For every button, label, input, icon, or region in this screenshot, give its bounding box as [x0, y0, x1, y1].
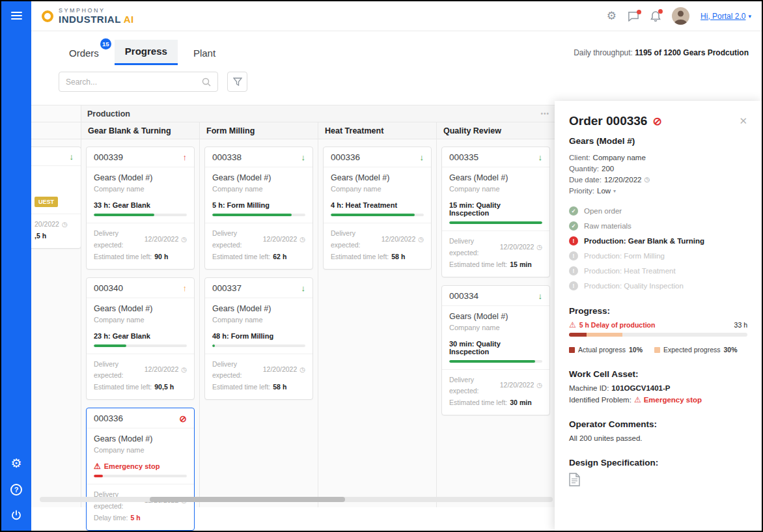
arrow-down-icon: ↓: [301, 284, 306, 292]
progress-fill: [94, 344, 126, 347]
kanban-board: Production ••• Gear Blank & TurningForm …: [31, 105, 557, 507]
order-card[interactable]: 000339↑Gears (Model #)Company name33 h: …: [86, 147, 195, 270]
search-box[interactable]: [59, 72, 218, 92]
machine-id-value: 101OGCV1401-P: [611, 384, 670, 392]
delivery-date: 12/20/2022: [382, 234, 416, 245]
order-id: 000340: [94, 283, 123, 293]
estimate-value: 62 h: [273, 251, 286, 263]
board-menu-button[interactable]: •••: [540, 110, 549, 117]
order-card-partial[interactable]: ↓ UEST 20/2022 ◷ ,5: [31, 147, 81, 249]
menu-button[interactable]: [11, 10, 22, 21]
field-label: Client:: [569, 154, 590, 161]
legend-label: Actual progress: [578, 346, 626, 354]
settings-gear-button[interactable]: ⚙: [607, 10, 617, 21]
card-footer: Delivery expected:12/20/2022◷Estimated t…: [442, 231, 549, 277]
panel-product-name: Gears (Model #): [569, 136, 747, 146]
arrow-up-icon: ↑: [183, 284, 187, 292]
progress-fill: [449, 360, 535, 363]
timeline-step: !Production: Gear Blank & Turning: [569, 236, 747, 245]
card-header: 000340↑: [87, 278, 194, 298]
order-card[interactable]: 000336↓Gears (Model #)Company name4 h: H…: [323, 147, 432, 270]
user-menu[interactable]: Hi, Portal 2.0 ▾: [701, 12, 751, 21]
tab-progress[interactable]: Progress: [115, 40, 178, 65]
stage-label: 33 h: Gear Blank: [94, 201, 187, 209]
operator-comments-text: All 200 unites passed.: [569, 434, 747, 442]
brand-accent-text: AI: [124, 14, 134, 25]
top-header: SYMPHONY INDUSTRIAL AI ⚙: [31, 1, 762, 31]
tab-bar: Orders 15 Progress Plant Daily throughpu…: [31, 31, 762, 65]
delivery-label: Delivery expected:: [212, 359, 260, 382]
order-id: 000338: [212, 152, 242, 162]
card-header: 000336⊘: [87, 408, 194, 428]
estimate-label: Estimated time left:: [94, 251, 152, 263]
clock-icon: ◷: [62, 221, 68, 228]
timeline-step-label: Production: Gear Blank & Turning: [584, 237, 704, 245]
horizontal-scrollbar[interactable]: [40, 497, 553, 502]
delivery-date: 12/20/2022: [500, 380, 534, 391]
order-field: Client:Company name: [569, 154, 747, 161]
board-column: 000338↓Gears (Model #)Company name5 h: F…: [200, 139, 318, 507]
search-input[interactable]: [66, 77, 202, 87]
tab-label: Plant: [193, 48, 215, 59]
close-button[interactable]: ✕: [739, 115, 747, 127]
avatar[interactable]: [672, 7, 689, 25]
board-column: 000335↓Gears (Model #)Company name15 min…: [437, 139, 555, 507]
delay-text: 5 h Delay of production: [579, 321, 656, 329]
progress-bar: [94, 214, 187, 216]
scrollbar-thumb[interactable]: [150, 497, 344, 502]
chevron-down-icon: ▾: [748, 13, 751, 20]
settings-button[interactable]: ⚙: [10, 457, 21, 469]
board-header-spacer: [31, 105, 81, 122]
timeline-step-label: Raw materials: [584, 222, 631, 230]
warning-icon: ⚠: [94, 462, 101, 470]
check-circle-icon: ✓: [569, 206, 578, 216]
blocked-icon: ⊘: [179, 414, 187, 423]
arrow-down-icon: ↓: [301, 153, 306, 161]
order-card[interactable]: 000336⊘Gears (Model #)Company name⚠Emerg…: [86, 408, 195, 531]
daily-throughput: Daily throughput: 1195 of 1200 Gears Pro…: [574, 48, 749, 65]
delivery-date: 12/20/2022: [145, 364, 179, 376]
order-id: 000334: [449, 291, 479, 301]
gear-icon: ⚙: [10, 457, 21, 469]
progress-fill: [94, 214, 154, 216]
check-circle-icon: ✓: [569, 221, 578, 231]
column-header: Heat Treatment: [318, 122, 437, 139]
order-card[interactable]: 000338↓Gears (Model #)Company name5 h: F…: [204, 147, 313, 270]
operator-comments-heading: Operator Comments:: [569, 419, 747, 429]
order-card[interactable]: 000337↓Gears (Model #)Company name48 h: …: [204, 277, 313, 400]
order-card[interactable]: 000334↓Gears (Model #)Company name30 min…: [441, 285, 550, 416]
tab-orders[interactable]: Orders 15: [59, 42, 109, 65]
help-button[interactable]: ?: [10, 484, 22, 496]
pending-circle-icon: !: [569, 281, 578, 290]
gear-icon: ⚙: [607, 10, 617, 21]
search-icon: [202, 77, 211, 87]
filter-button[interactable]: [227, 72, 247, 92]
field-value: 12/20/2022: [604, 176, 642, 184]
delivery-date: 12/20/2022: [263, 364, 298, 376]
card-body: Gears (Model #)Company name⚠Emergency st…: [87, 428, 194, 477]
card-footer: Delivery expected:12/20/2022◷Delay time:…: [87, 484, 194, 530]
board-group-title: Production: [81, 109, 130, 119]
tab-plant[interactable]: Plant: [183, 42, 226, 65]
clock-icon: ◷: [418, 236, 424, 243]
logout-button[interactable]: [11, 510, 21, 520]
legend-item: Expected progress30%: [654, 346, 738, 354]
progress-bar: [212, 214, 305, 216]
delivery-date: 12/20/2022: [145, 234, 179, 245]
design-spec-attachment[interactable]: [569, 473, 747, 489]
card-header: 000338↓: [205, 147, 312, 167]
delivery-label: Delivery expected:: [94, 359, 142, 382]
avatar-image: [672, 7, 689, 25]
order-card[interactable]: 000340↑Gears (Model #)Company name23 h: …: [86, 277, 195, 400]
tab-label: Orders: [69, 48, 99, 59]
clock-icon: ◷: [536, 244, 542, 251]
throughput-label: Daily throughput:: [574, 48, 633, 57]
order-card[interactable]: 000335↓Gears (Model #)Company name15 min…: [441, 147, 550, 277]
delivery-line: Delivery expected:12/20/2022◷: [212, 228, 305, 251]
company-name: Company name: [94, 185, 187, 193]
problem-value: Emergency stop: [644, 396, 702, 404]
estimate-label: Estimated time left:: [331, 251, 389, 263]
progress-heading: Progress:: [569, 306, 747, 316]
notifications-button[interactable]: [650, 10, 661, 22]
messages-button[interactable]: [628, 11, 639, 21]
